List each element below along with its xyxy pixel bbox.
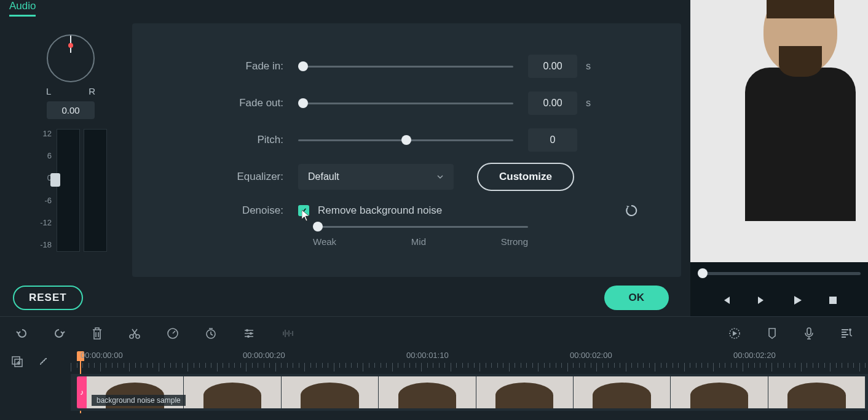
fade-out-unit: s <box>586 98 591 109</box>
reset-denoise-icon[interactable] <box>625 204 638 217</box>
fade-out-value[interactable]: 0.00 <box>528 91 577 115</box>
fade-out-label: Fade out: <box>144 97 298 109</box>
duration-button[interactable] <box>204 327 218 340</box>
voiceover-button[interactable] <box>803 327 815 340</box>
pan-r-label: R <box>89 86 95 96</box>
split-button[interactable] <box>128 327 141 340</box>
denoise-checkbox-label: Remove background noise <box>318 204 442 217</box>
vu-scale: 12 6 0 -6 -12 -18 <box>34 129 52 252</box>
pan-l-label: L <box>46 86 51 96</box>
preview-viewport <box>690 0 868 262</box>
denoise-mid-label: Mid <box>411 236 426 247</box>
fade-in-slider[interactable] <box>298 66 513 68</box>
redo-button[interactable] <box>53 327 66 340</box>
clip[interactable]: ♪ background noise sample <box>77 376 866 408</box>
audio-wave-button[interactable] <box>280 327 296 340</box>
pan-value[interactable]: 0.00 <box>47 101 94 119</box>
fade-in-value[interactable]: 0.00 <box>528 55 577 78</box>
controls-panel: Fade in: 0.00 s Fade out: 0.00 s <box>132 23 681 277</box>
pitch-label: Pitch: <box>144 134 298 146</box>
add-track-button[interactable] <box>11 356 23 368</box>
reset-button[interactable]: RESET <box>13 286 83 310</box>
mixer-button[interactable] <box>840 327 853 340</box>
denoise-checkbox[interactable]: ✓ <box>298 205 309 216</box>
svg-rect-9 <box>807 328 811 335</box>
denoise-strong-label: Strong <box>501 236 528 247</box>
equalizer-label: Equalizer: <box>144 171 298 183</box>
clip-handle-icon[interactable]: ♪ <box>77 376 87 408</box>
denoise-label: Denoise: <box>144 204 298 217</box>
svg-point-10 <box>849 329 851 331</box>
fade-out-slider[interactable] <box>298 103 513 104</box>
pitch-slider[interactable] <box>298 139 513 141</box>
ok-button[interactable]: OK <box>604 286 669 310</box>
customize-button[interactable]: Customize <box>477 163 574 191</box>
timeline-ruler[interactable]: 00:00:00:00 00:00:00:20 00:00:01:10 00:0… <box>71 349 868 374</box>
fade-in-label: Fade in: <box>144 60 298 72</box>
audio-panel: Audio L R 0.00 12 6 0 -6 - <box>0 0 690 316</box>
pan-knob[interactable] <box>47 34 95 82</box>
vu-meter[interactable] <box>57 129 107 252</box>
marker-button[interactable] <box>766 327 778 340</box>
denoise-slider[interactable]: Weak Mid Strong <box>313 226 528 247</box>
track-header[interactable] <box>0 374 71 411</box>
svg-point-6 <box>250 332 252 335</box>
tab-audio[interactable]: Audio <box>9 0 36 17</box>
stop-button[interactable] <box>827 295 838 306</box>
speed-button[interactable] <box>166 327 180 340</box>
preview-panel <box>690 0 868 316</box>
video-track[interactable]: ♪ background noise sample <box>71 374 868 411</box>
denoise-weak-label: Weak <box>313 236 336 247</box>
cursor-icon <box>302 210 312 222</box>
timeline: 00:00:00:00 00:00:00:20 00:00:01:10 00:0… <box>0 316 868 420</box>
pitch-value[interactable]: 0 <box>528 128 577 152</box>
svg-point-7 <box>247 335 250 338</box>
fade-in-unit: s <box>586 61 591 72</box>
next-frame-button[interactable] <box>756 295 767 306</box>
svg-rect-0 <box>829 297 837 304</box>
chevron-down-icon <box>436 173 444 181</box>
adjust-button[interactable] <box>242 327 256 340</box>
prev-frame-button[interactable] <box>720 295 732 306</box>
equalizer-dropdown[interactable]: Default <box>298 164 454 190</box>
render-button[interactable] <box>728 327 741 340</box>
play-button[interactable] <box>792 295 803 306</box>
svg-point-5 <box>246 329 248 332</box>
preview-scrubber[interactable] <box>698 272 861 275</box>
link-button[interactable] <box>37 355 50 368</box>
clip-label: background noise sample <box>92 395 186 406</box>
left-meter: L R 0.00 12 6 0 -6 -12 -18 <box>9 23 132 277</box>
delete-button[interactable] <box>91 327 103 340</box>
undo-button[interactable] <box>15 327 28 340</box>
